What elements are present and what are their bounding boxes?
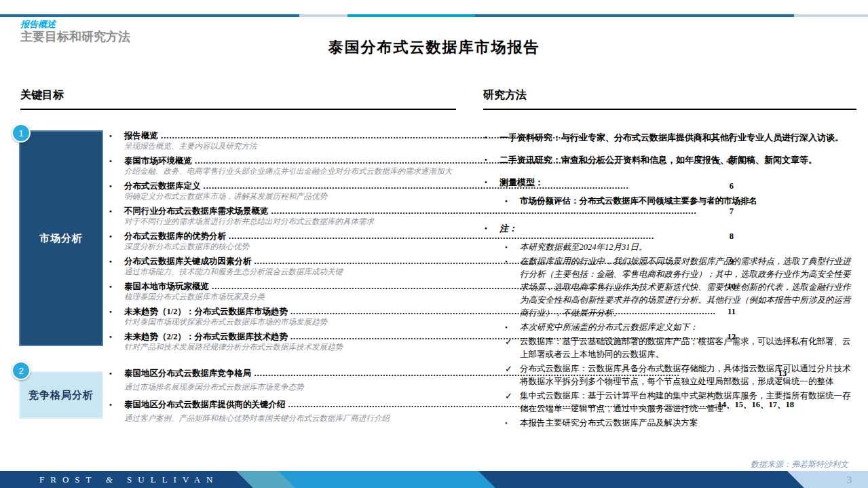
accent-segment bbox=[475, 14, 794, 17]
method-text: 云数据库：基于云基础设施部署的数据库产品；根据客户需求，可以选择私有化部署、云上… bbox=[520, 337, 851, 359]
group-label: 竞争格局分析 bbox=[29, 389, 94, 402]
toc-entry-title: 分布式云数据库关键成功因素分析 bbox=[124, 257, 252, 266]
bullet-dot: • bbox=[109, 307, 124, 316]
toc-group: 市场分析1•报告概览2呈现报告概览、主要内容以及研究方法•泰国市场环境概览3、4… bbox=[20, 130, 456, 357]
bullet-dot: • bbox=[109, 257, 124, 266]
key-objectives-heading: 关键目标 bbox=[20, 88, 456, 110]
method-text: 二手资讯研究：审查和分析公开资料和信息，如年度报告、新闻稿、新闻文章等。 bbox=[499, 155, 817, 165]
method-text: 本次研究中所涵盖的分布式云数据库定义如下： bbox=[520, 322, 698, 332]
toc-entry-title: 分布式云数据库定义 bbox=[124, 181, 201, 191]
method-item: •本报告主要研究分布式云数据库产品及解决方案 bbox=[483, 417, 856, 430]
method-text: 一手资料研究：与行业专家、分布式云数据库提供商和其他行业专业人员进行深入访谈。 bbox=[499, 132, 844, 143]
definition-item: ✓分布式云数据库：云数据库具备分布式数据存储能力，具体指云数据库可以通过分片技术… bbox=[483, 362, 856, 388]
check-icon: ✓ bbox=[505, 335, 512, 348]
toc-entry-title: 未来趋势（1/2）：分布式云数据库市场趋势 bbox=[124, 307, 288, 316]
toc-entry-title: 泰国地区分布式云数据库竞争格局 bbox=[124, 369, 252, 378]
method-item: •二手资讯研究：审查和分析公开资料和信息，如年度报告、新闻稿、新闻文章等。 bbox=[483, 154, 856, 166]
bullet-dot: • bbox=[485, 132, 487, 143]
toc-group: 竞争格局分析2•泰国地区分布式云数据库竞争格局13通过市场排名展现泰国分布式云数… bbox=[20, 368, 456, 431]
toc-entry-title: 报告概览 bbox=[124, 131, 158, 140]
bullet-dot: • bbox=[505, 255, 508, 268]
bullet-dot: • bbox=[505, 195, 508, 208]
page-number: 3 bbox=[847, 471, 852, 488]
bullet-dot: • bbox=[109, 131, 124, 140]
bullet-dot: • bbox=[109, 206, 124, 216]
method-text: 集中式云数据库：基于云计算平台构建的集中式架构数据库服务，主要指所有数据统一存储… bbox=[520, 391, 851, 413]
group-label-box: 竞争格局分析 bbox=[19, 371, 103, 419]
method-item: •市场份额评估：分布式云数据库不同领域主要参与者的市场排名 bbox=[483, 195, 856, 208]
bullet-dot: • bbox=[109, 332, 124, 341]
accent-segment bbox=[794, 14, 868, 17]
group-sidebar: 市场分析1 bbox=[19, 130, 103, 346]
accent-segment bbox=[347, 14, 475, 17]
bullet-dot: • bbox=[109, 282, 124, 291]
group-number-badge: 1 bbox=[12, 124, 31, 143]
data-source-note: 数据来源：弗若斯特沙利文 bbox=[751, 459, 848, 470]
bullet-dot: • bbox=[505, 417, 508, 430]
bullet-dot: • bbox=[109, 231, 124, 241]
page-title: 泰国分布式云数据库市场报告 bbox=[0, 37, 868, 58]
method-text: 本报告主要研究分布式云数据库产品及解决方案 bbox=[520, 418, 698, 428]
method-text: 在数据库应用的行业中，我们按照不同场景对数据库产品的需求特点，选取了典型行业进行… bbox=[520, 257, 851, 318]
method-item: •在数据库应用的行业中，我们按照不同场景对数据库产品的需求特点，选取了典型行业进… bbox=[483, 255, 856, 320]
accent-segment bbox=[299, 14, 347, 17]
check-icon: ✓ bbox=[505, 362, 512, 375]
toc-entry-title: 泰国市场环境概览 bbox=[124, 156, 192, 166]
bullet-dot: • bbox=[109, 156, 124, 166]
footer-cyan-segment bbox=[277, 471, 495, 488]
top-accent-line bbox=[0, 14, 868, 17]
group-label: 市场分析 bbox=[39, 232, 83, 245]
definition-item: ✓集中式云数据库：基于云计算平台构建的集中式架构数据库服务，主要指所有数据统一存… bbox=[483, 390, 856, 415]
definition-item: ✓云数据库：基于云基础设施部署的数据库产品；根据客户需求，可以选择私有化部署、云… bbox=[483, 335, 856, 361]
bullet-dot: • bbox=[485, 176, 487, 188]
toc-entry-title: 分布式云数据库的优势分析 bbox=[124, 231, 226, 241]
method-item: •注： bbox=[483, 223, 856, 234]
method-item: •本次研究中所涵盖的分布式云数据库定义如下： bbox=[483, 321, 856, 334]
bullet-dot: • bbox=[109, 369, 124, 378]
bullet-dot: • bbox=[505, 241, 508, 254]
group-sidebar: 竞争格局分析2 bbox=[19, 368, 103, 419]
bullet-dot: • bbox=[109, 181, 124, 191]
bullet-dot: • bbox=[485, 154, 487, 166]
accent-segment bbox=[0, 14, 299, 17]
research-methods-heading: 研究方法 bbox=[483, 88, 856, 110]
toc-entry-title: 不同行业分布式云数据库需求场景概览 bbox=[124, 206, 269, 216]
report-slide: 报告概述 主要目标和研究方法 泰国分布式云数据库市场报告 关键目标 市场分析1•… bbox=[0, 0, 868, 488]
bullet-dot: • bbox=[505, 321, 508, 334]
method-item: •一手资料研究：与行业专家、分布式云数据库提供商和其他行业专业人员进行深入访谈。 bbox=[483, 132, 856, 143]
toc-entry-title: 泰国地区分布式云数据库提供商的关键介绍 bbox=[124, 400, 286, 409]
footer-bar: FROST & SULLIVAN 3 bbox=[0, 471, 868, 488]
method-item: •测量模型： bbox=[483, 176, 856, 188]
method-item: •本研究数据截至2024年12月31日。 bbox=[483, 241, 856, 254]
bullet-dot: • bbox=[485, 223, 487, 234]
check-icon: ✓ bbox=[505, 390, 512, 402]
method-text: 本研究数据截至2024年12月31日。 bbox=[520, 242, 647, 252]
methods-list: •一手资料研究：与行业专家、分布式云数据库提供商和其他行业专业人员进行深入访谈。… bbox=[483, 132, 856, 430]
footer-navy-segment bbox=[475, 471, 804, 488]
research-methods-column: 研究方法 •一手资料研究：与行业专家、分布式云数据库提供商和其他行业专业人员进行… bbox=[483, 88, 856, 431]
toc-entry-title: 未来趋势（2/2）：分布式云数据库技术趋势 bbox=[124, 332, 288, 341]
group-number-badge: 2 bbox=[12, 361, 31, 380]
bullet-dot: • bbox=[109, 400, 124, 409]
toc-entry-title: 泰国本地市场玩家概览 bbox=[124, 282, 209, 291]
frost-sullivan-logo: FROST & SULLIVAN bbox=[39, 471, 219, 488]
toc: 市场分析1•报告概览2呈现报告概览、主要内容以及研究方法•泰国市场环境概览3、4… bbox=[20, 130, 456, 431]
key-objectives-column: 关键目标 市场分析1•报告概览2呈现报告概览、主要内容以及研究方法•泰国市场环境… bbox=[20, 88, 456, 431]
method-text: 注： bbox=[499, 223, 517, 233]
method-text: 测量模型： bbox=[499, 177, 544, 187]
method-text: 市场份额评估：分布式云数据库不同领域主要参与者的市场排名 bbox=[520, 196, 757, 206]
group-label-box: 市场分析 bbox=[19, 130, 103, 346]
method-text: 分布式云数据库：云数据库具备分布式数据存储能力，具体指云数据库可以通过分片技术将… bbox=[520, 364, 851, 386]
